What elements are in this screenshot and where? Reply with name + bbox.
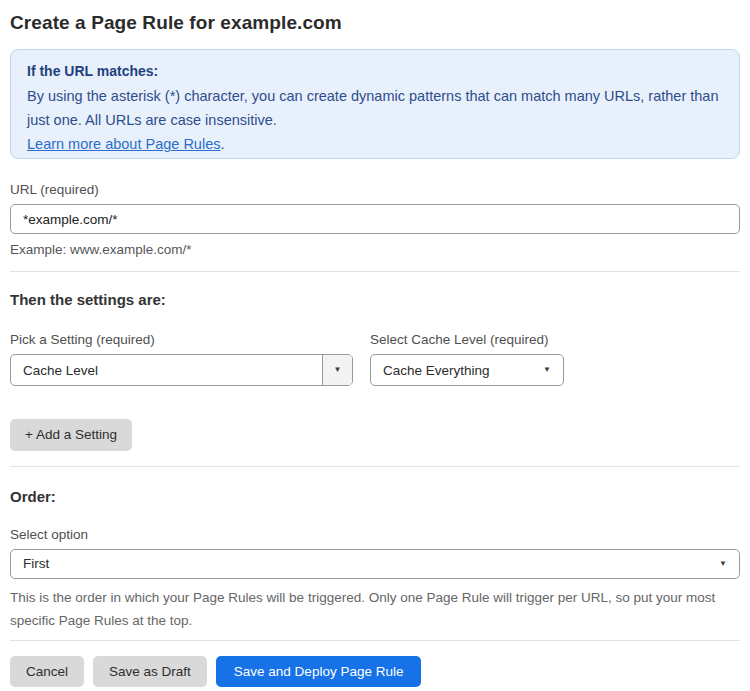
settings-heading: Then the settings are: bbox=[10, 291, 740, 308]
cache-level-select[interactable]: Cache Everything ▼ bbox=[370, 354, 564, 386]
info-banner-body: By using the asterisk (*) character, you… bbox=[27, 88, 719, 128]
url-example-text: Example: www.example.com/* bbox=[10, 242, 740, 257]
info-banner-heading: If the URL matches: bbox=[27, 63, 723, 79]
learn-more-link[interactable]: Learn more about Page Rules bbox=[27, 136, 220, 152]
cache-level-value: Cache Everything bbox=[371, 363, 543, 378]
pick-setting-select[interactable]: Cache Level ▼ bbox=[10, 354, 353, 386]
cache-level-arrow-box: ▼ bbox=[543, 366, 563, 374]
pick-setting-label: Pick a Setting (required) bbox=[10, 332, 353, 347]
chevron-down-icon: ▼ bbox=[719, 560, 727, 568]
order-select-value: First bbox=[11, 556, 719, 571]
pick-setting-group: Pick a Setting (required) Cache Level ▼ bbox=[10, 332, 353, 386]
pick-setting-value: Cache Level bbox=[11, 363, 322, 378]
section-divider bbox=[10, 271, 740, 272]
pick-setting-arrow-box: ▼ bbox=[322, 355, 352, 385]
url-field-group: URL (required) Example: www.example.com/… bbox=[10, 182, 740, 257]
page-title: Create a Page Rule for example.com bbox=[10, 12, 740, 34]
cache-level-label: Select Cache Level (required) bbox=[370, 332, 564, 347]
cancel-button[interactable]: Cancel bbox=[10, 656, 84, 688]
save-draft-button[interactable]: Save as Draft bbox=[93, 656, 207, 688]
settings-row: Pick a Setting (required) Cache Level ▼ … bbox=[10, 332, 740, 386]
page: Create a Page Rule for example.com If th… bbox=[0, 0, 750, 687]
section-divider bbox=[10, 466, 740, 467]
action-bar: Cancel Save as Draft Save and Deploy Pag… bbox=[10, 656, 740, 688]
chevron-down-icon: ▼ bbox=[334, 366, 342, 374]
cache-level-group: Select Cache Level (required) Cache Ever… bbox=[370, 332, 564, 386]
order-help-text: This is the order in which your Page Rul… bbox=[10, 586, 730, 632]
order-heading: Order: bbox=[10, 488, 740, 505]
info-banner-text: By using the asterisk (*) character, you… bbox=[27, 84, 723, 156]
url-label: URL (required) bbox=[10, 182, 740, 197]
link-suffix: . bbox=[220, 136, 224, 152]
save-deploy-button[interactable]: Save and Deploy Page Rule bbox=[216, 656, 422, 688]
add-setting-button[interactable]: + Add a Setting bbox=[10, 419, 132, 451]
section-divider bbox=[10, 640, 740, 641]
url-input[interactable] bbox=[10, 204, 740, 234]
info-banner: If the URL matches: By using the asteris… bbox=[10, 49, 740, 159]
order-label: Select option bbox=[10, 527, 740, 542]
chevron-down-icon: ▼ bbox=[543, 366, 551, 374]
order-select[interactable]: First ▼ bbox=[10, 549, 740, 579]
order-arrow-box: ▼ bbox=[719, 560, 739, 568]
